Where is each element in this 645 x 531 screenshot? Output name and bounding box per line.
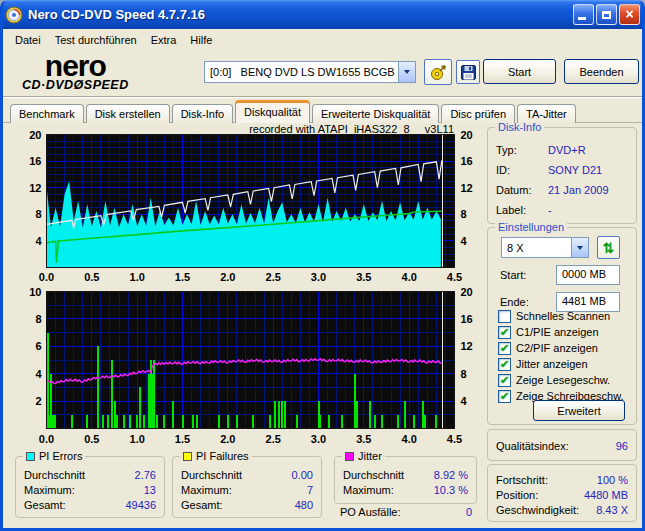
tab-disk-erstellen[interactable]: Disk erstellen — [86, 104, 170, 123]
tab-erweiterte-diskqualitaet[interactable]: Erweiterte Diskqualität — [312, 104, 439, 123]
pi-errors-swatch — [26, 452, 35, 461]
svg-text:8: 8 — [35, 313, 41, 325]
tab-disk-info[interactable]: Disk-Info — [172, 104, 233, 123]
menu-datei[interactable]: Datei — [8, 31, 48, 49]
pi-errors-stats-box: PI Errors Durchschnitt2.76 Maximum:13 Ge… — [15, 456, 165, 518]
menu-hilfe[interactable]: Hilfe — [183, 31, 219, 49]
scan-speed-value: 8 X — [502, 238, 571, 257]
chevron-down-icon[interactable] — [571, 238, 588, 257]
svg-text:1.0: 1.0 — [130, 271, 145, 283]
check-icon: ✔ — [500, 375, 509, 386]
disc-eject-icon — [430, 64, 447, 81]
checkbox-box: ✔ — [498, 374, 511, 387]
po-failures-value: 0 — [466, 506, 472, 518]
quality-index-box: Qualitätsindex: 96 — [487, 429, 637, 461]
svg-text:12: 12 — [29, 182, 41, 194]
title-bar[interactable]: Nero CD-DVD Speed 4.7.7.16 × — [0, 0, 645, 29]
jitter-swatch — [345, 452, 354, 461]
start-button[interactable]: Start — [483, 59, 556, 84]
tab-strip: Benchmark Disk erstellen Disk-Info Diskq… — [10, 100, 578, 123]
menu-test-durchfuehren[interactable]: Test durchführen — [48, 31, 144, 49]
tab-disc-pruefen[interactable]: Disc prüfen — [441, 104, 515, 123]
stat-row: Maximum:10.3 % — [343, 482, 468, 497]
jitter-title: Jitter — [358, 450, 382, 462]
check-icon: ✔ — [500, 327, 509, 338]
menu-bar: Datei Test durchführen Extra Hilfe — [3, 29, 642, 50]
tab-diskqualitaet[interactable]: Diskqualität — [235, 100, 310, 123]
app-icon — [5, 6, 23, 24]
svg-text:0.0: 0.0 — [39, 271, 54, 283]
jitter-stats-box: Jitter Durchschnitt8.92 % Maximum:10.3 % — [334, 456, 477, 504]
svg-text:3.5: 3.5 — [356, 271, 371, 283]
pi-failures-stats-box: PI Failures Durchschnitt0.00 Maximum:7 G… — [172, 456, 322, 518]
checkbox-zeige-lesegeschw[interactable]: ✔Zeige Lesegeschw. — [498, 372, 632, 388]
svg-text:16: 16 — [461, 313, 473, 325]
svg-text:0.5: 0.5 — [84, 433, 99, 445]
stat-row: Maximum:13 — [24, 482, 156, 497]
nero-logo-text: nero — [22, 51, 129, 81]
checkbox-box: ✔ — [498, 310, 511, 323]
svg-text:8: 8 — [35, 208, 41, 220]
stat-row: Durchschnitt8.92 % — [343, 467, 468, 482]
svg-text:3.0: 3.0 — [311, 433, 326, 445]
disk-info-row: Datum:21 Jan 2009 — [496, 180, 628, 200]
svg-text:2.5: 2.5 — [266, 271, 281, 283]
chevron-down-icon[interactable] — [398, 62, 415, 82]
stat-row: Durchschnitt2.76 — [24, 467, 156, 482]
progress-row: Fortschritt:100 % — [496, 472, 628, 487]
svg-text:6: 6 — [35, 340, 41, 352]
svg-text:4.5: 4.5 — [447, 433, 462, 445]
close-icon: × — [625, 7, 633, 21]
settings-box-title: Einstellungen — [495, 221, 567, 233]
disk-info-row: Label:- — [496, 200, 628, 220]
checkbox-schnelles-scannen[interactable]: ✔Schnelles Scannen — [498, 308, 632, 324]
end-field-label: Ende: — [500, 296, 529, 308]
checkbox-box: ✔ — [498, 390, 511, 403]
close-button[interactable]: × — [619, 4, 640, 25]
svg-text:0.5: 0.5 — [84, 271, 99, 283]
pi-failures-swatch — [183, 452, 192, 461]
floppy-icon — [461, 65, 476, 80]
disk-info-row: Typ:DVD+R — [496, 140, 628, 160]
stat-row: Durchschnitt0.00 — [181, 467, 313, 482]
checkbox-c1-pie-anzeigen[interactable]: ✔C1/PIE anzeigen — [498, 324, 632, 340]
svg-text:1.5: 1.5 — [175, 271, 190, 283]
pi-errors-chart: 48121620481216200.00.51.01.52.02.53.03.5… — [12, 131, 482, 289]
po-failures-label: PO Ausfälle: — [340, 506, 401, 518]
checkbox-jitter-anzeigen[interactable]: ✔Jitter anzeigen — [498, 356, 632, 372]
drive-select-value: [0:0] BENQ DVD LS DW1655 BCGB — [205, 62, 398, 82]
start-mb-field[interactable]: 0000 MB — [556, 265, 620, 285]
scan-speed-select[interactable]: 8 X — [501, 237, 589, 258]
svg-text:8: 8 — [461, 208, 467, 220]
checkbox-box: ✔ — [498, 326, 511, 339]
quit-button[interactable]: Beenden — [564, 59, 639, 84]
settings-box: Einstellungen 8 X ⇅ Start: 0000 MB Ende:… — [487, 227, 637, 425]
svg-text:4: 4 — [35, 235, 42, 247]
advanced-button[interactable]: Erweitert — [533, 400, 625, 421]
tab-benchmark[interactable]: Benchmark — [10, 104, 84, 123]
progress-box: Fortschritt:100 % Position:4480 MB Gesch… — [487, 464, 637, 522]
svg-text:12: 12 — [461, 340, 473, 352]
check-icon: ✔ — [500, 359, 509, 370]
svg-text:3.0: 3.0 — [311, 271, 326, 283]
svg-text:4: 4 — [461, 235, 468, 247]
po-failures-row: PO Ausfälle: 0 — [340, 506, 472, 518]
check-icon: ✔ — [500, 343, 509, 354]
app-window: Nero CD-DVD Speed 4.7.7.16 × Datei Test … — [0, 0, 645, 531]
drive-select[interactable]: [0:0] BENQ DVD LS DW1655 BCGB — [204, 61, 416, 83]
svg-text:4: 4 — [35, 368, 42, 380]
nero-logo: nero CD·DVDØSPEED — [22, 51, 129, 92]
menu-extra[interactable]: Extra — [144, 31, 184, 49]
svg-text:20: 20 — [461, 288, 473, 298]
refresh-button[interactable]: ⇅ — [597, 236, 620, 259]
svg-text:2.5: 2.5 — [266, 433, 281, 445]
save-button[interactable] — [456, 60, 480, 84]
svg-text:2: 2 — [35, 395, 41, 407]
minimize-button[interactable] — [573, 4, 594, 25]
maximize-button[interactable] — [596, 4, 617, 25]
tab-ta-jitter[interactable]: TA-Jitter — [517, 104, 576, 123]
svg-text:1.5: 1.5 — [175, 433, 190, 445]
svg-text:20: 20 — [461, 131, 473, 141]
eject-button[interactable] — [424, 59, 452, 85]
checkbox-c2-pif-anzeigen[interactable]: ✔C2/PIF anzeigen — [498, 340, 632, 356]
